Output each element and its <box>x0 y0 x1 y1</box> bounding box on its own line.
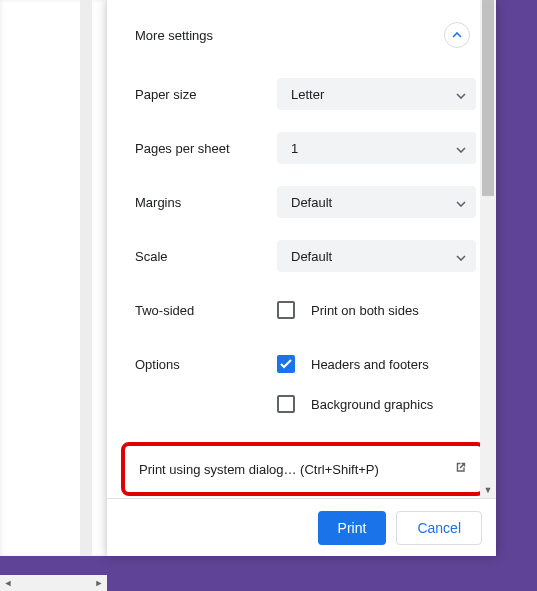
collapse-button[interactable] <box>444 22 470 48</box>
print-button[interactable]: Print <box>318 511 387 545</box>
pages-per-sheet-row: Pages per sheet 1 <box>135 132 476 164</box>
background-graphics-label: Background graphics <box>311 397 433 412</box>
two-sided-label: Two-sided <box>135 303 277 318</box>
scrollbar-thumb[interactable] <box>482 0 494 196</box>
background-graphics-checkbox[interactable] <box>277 395 295 413</box>
scroll-left-arrow[interactable]: ◄ <box>0 575 16 591</box>
more-settings-title: More settings <box>135 28 213 43</box>
pages-per-sheet-label: Pages per sheet <box>135 141 277 156</box>
scale-value: Default <box>291 249 332 264</box>
preview-pane <box>0 0 108 556</box>
scale-select[interactable]: Default <box>277 240 476 272</box>
system-dialog-link[interactable]: Print using system dialog… (Ctrl+Shift+P… <box>125 444 480 494</box>
margins-value: Default <box>291 195 332 210</box>
margins-select[interactable]: Default <box>277 186 476 218</box>
print-dialog: More settings Paper size Letter Pages pe… <box>107 0 496 556</box>
two-sided-row: Two-sided Print on both sides <box>135 294 476 326</box>
paper-size-label: Paper size <box>135 87 277 102</box>
chevron-down-icon <box>456 249 466 264</box>
pages-per-sheet-select[interactable]: 1 <box>277 132 476 164</box>
chevron-down-icon <box>456 141 466 156</box>
paper-size-value: Letter <box>291 87 324 102</box>
open-external-icon <box>453 460 468 478</box>
vertical-scrollbar[interactable]: ▼ <box>480 0 496 498</box>
scale-label: Scale <box>135 249 277 264</box>
options-headers-row: Options Headers and footers <box>135 348 476 380</box>
headers-footers-label: Headers and footers <box>311 357 429 372</box>
scroll-down-arrow[interactable]: ▼ <box>480 482 496 498</box>
system-dialog-text: Print using system dialog… (Ctrl+Shift+P… <box>139 462 379 477</box>
margins-row: Margins Default <box>135 186 476 218</box>
cancel-button[interactable]: Cancel <box>396 511 482 545</box>
two-sided-checkbox-label: Print on both sides <box>311 303 419 318</box>
paper-size-row: Paper size Letter <box>135 78 476 110</box>
more-settings-header[interactable]: More settings <box>135 16 476 78</box>
options-label: Options <box>135 357 277 372</box>
more-settings-section: More settings Paper size Letter Pages pe… <box>107 0 496 420</box>
paper-size-select[interactable]: Letter <box>277 78 476 110</box>
options-background-row: Background graphics <box>135 388 476 420</box>
scroll-right-arrow[interactable]: ► <box>91 575 107 591</box>
headers-footers-checkbox[interactable] <box>277 355 295 373</box>
two-sided-checkbox[interactable] <box>277 301 295 319</box>
chevron-down-icon <box>456 87 466 102</box>
pages-per-sheet-value: 1 <box>291 141 298 156</box>
dialog-body: More settings Paper size Letter Pages pe… <box>107 0 496 498</box>
chevron-down-icon <box>456 195 466 210</box>
margins-label: Margins <box>135 195 277 210</box>
scale-row: Scale Default <box>135 240 476 272</box>
chevron-up-icon <box>452 32 462 38</box>
dialog-footer: Print Cancel <box>107 498 496 556</box>
horizontal-scrollbar[interactable]: ◄ ► <box>0 575 107 591</box>
